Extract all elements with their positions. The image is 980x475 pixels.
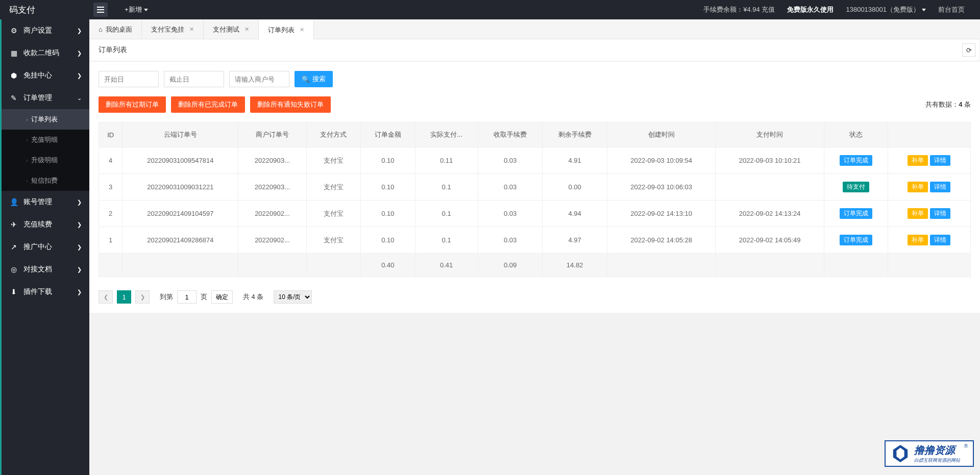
close-icon[interactable]: ✕	[300, 27, 304, 33]
sidebar-item[interactable]: 👤账号管理❯	[2, 191, 89, 213]
watermark: 撸撸资源 白嫖互联网资源的网站 ®	[885, 440, 974, 467]
sidebar-subitem[interactable]: ›短信扣费	[2, 170, 89, 191]
tab[interactable]: 订单列表✕	[259, 19, 314, 39]
sidebar: ⚙商户设置❯▦收款二维码❯⬢免挂中心❯✎订单管理⌄›订单列表›充值明细›升级明细…	[0, 19, 89, 475]
table-header: 商户订单号	[238, 122, 306, 147]
nav-label: 插件下载	[23, 287, 52, 296]
chevron-icon: ❯	[77, 50, 82, 57]
detail-button[interactable]: 详情	[930, 235, 950, 245]
delete-expired-button[interactable]: 删除所有过期订单	[99, 96, 166, 113]
refresh-button[interactable]: ⟳	[962, 43, 975, 57]
nav-icon: ◎	[9, 265, 18, 273]
goto-confirm-button[interactable]: 确定	[211, 290, 233, 304]
delete-failed-button[interactable]: 删除所有通知失败订单	[250, 96, 331, 113]
chevron-icon: ❯	[77, 266, 82, 273]
tab[interactable]: ⌂我的桌面	[89, 19, 142, 39]
chevron-icon: ❯	[77, 199, 82, 206]
total-count: 共有数据：4 条	[925, 100, 971, 109]
nav-icon: ⬢	[9, 71, 18, 80]
table-header: 状态	[824, 122, 888, 147]
header-right: 手续费余额：¥4.94 充值 免费版永久使用 13800138001（免费版） …	[703, 5, 980, 14]
free-version-label: 免费版永久使用	[787, 5, 834, 14]
add-new-dropdown[interactable]: +新增	[125, 5, 148, 14]
nav-icon: ✎	[9, 94, 18, 102]
nav-label: 商户设置	[23, 26, 52, 35]
supplement-button[interactable]: 补单	[908, 208, 928, 219]
panel-title: 订单列表 ⟳	[89, 39, 979, 61]
chevron-icon: ❯	[77, 289, 82, 295]
hamburger-icon	[97, 7, 104, 13]
frontend-link[interactable]: 前台首页	[938, 5, 965, 14]
goto-label: 到第	[160, 292, 173, 302]
table-header: 支付方式	[306, 122, 360, 147]
search-icon: 🔍	[302, 76, 310, 83]
supplement-button[interactable]: 补单	[908, 182, 928, 192]
end-date-input[interactable]	[164, 71, 224, 87]
page-label: 页	[201, 292, 207, 302]
sidebar-item[interactable]: ✎订单管理⌄	[2, 87, 89, 109]
merchant-input[interactable]	[229, 71, 289, 87]
refresh-icon: ⟳	[966, 46, 972, 54]
detail-button[interactable]: 详情	[930, 208, 950, 219]
table-header	[888, 122, 970, 147]
sidebar-item[interactable]: ⚙商户设置❯	[2, 19, 89, 42]
tab[interactable]: 支付宝免挂✕	[142, 19, 204, 39]
nav-label: 订单管理	[23, 93, 52, 103]
chevron-icon: ❯	[77, 244, 82, 251]
tab[interactable]: 支付测试✕	[204, 19, 259, 39]
table-header: 剩余手续费	[543, 122, 607, 147]
logo: 码支付	[0, 4, 89, 16]
chevron-icon: ❯	[77, 221, 82, 228]
status-badge: 待支付	[843, 182, 869, 192]
account-dropdown[interactable]: 13800138001（免费版）	[846, 5, 926, 14]
prev-page-button[interactable]: ❮	[99, 290, 113, 304]
nav-icon: ✈	[9, 220, 18, 229]
delete-completed-button[interactable]: 删除所有已完成订单	[171, 96, 245, 113]
menu-toggle[interactable]	[93, 3, 108, 17]
sidebar-subitem[interactable]: ›订单列表	[2, 109, 89, 130]
sidebar-subitem[interactable]: ›升级明细	[2, 150, 89, 170]
chevron-icon: ❯	[77, 28, 82, 34]
recharge-link[interactable]: 充值	[762, 6, 775, 13]
sidebar-item[interactable]: ↗推广中心❯	[2, 236, 89, 258]
supplement-button[interactable]: 补单	[908, 235, 928, 245]
table-header: 实际支付...	[415, 122, 478, 147]
close-icon[interactable]: ✕	[189, 26, 194, 33]
pager: ❮ 1 ❯ 到第 页 确定 共 4 条 10 条/页	[89, 286, 980, 313]
chevron-icon: ⌄	[77, 95, 82, 102]
sidebar-subitem[interactable]: ›充值明细	[2, 130, 89, 150]
goto-page-input[interactable]	[177, 290, 197, 304]
nav-label: 账号管理	[23, 197, 52, 207]
table-header: 云端订单号	[122, 122, 238, 147]
sidebar-item[interactable]: ⬇插件下载❯	[2, 281, 89, 303]
close-icon[interactable]: ✕	[244, 26, 249, 33]
nav-label: 免挂中心	[23, 71, 52, 80]
filters: 🔍搜索	[89, 62, 980, 96]
detail-button[interactable]: 详情	[930, 182, 950, 192]
search-button[interactable]: 🔍搜索	[295, 71, 333, 87]
table-header: 支付时间	[716, 122, 824, 147]
nav-label: 对接文档	[23, 265, 52, 274]
table-header: 创建时间	[607, 122, 716, 147]
chevron-down-icon	[922, 9, 926, 11]
sidebar-item[interactable]: ✈充值续费❯	[2, 213, 89, 236]
start-date-input[interactable]	[99, 71, 159, 87]
table-row: 32022090310090312212022090З...支付宝0.100.1…	[99, 174, 971, 201]
watermark-icon	[891, 444, 910, 463]
sidebar-item[interactable]: ◎对接文档❯	[2, 258, 89, 281]
nav-label: 收款二维码	[23, 48, 59, 58]
bulk-actions: 删除所有过期订单 删除所有已完成订单 删除所有通知失败订单 共有数据：4 条	[89, 96, 980, 122]
table-wrap: ID云端订单号商户订单号支付方式订单金额实际支付...收取手续费剩余手续费创建时…	[89, 122, 980, 286]
sidebar-item[interactable]: ▦收款二维码❯	[2, 42, 89, 64]
status-badge: 订单完成	[840, 235, 872, 245]
sidebar-item[interactable]: ⬢免挂中心❯	[2, 64, 89, 87]
home-icon: ⌂	[99, 26, 103, 33]
chevron-icon: ❯	[77, 72, 82, 79]
next-page-button[interactable]: ❯	[135, 290, 150, 304]
page-number[interactable]: 1	[117, 290, 131, 304]
supplement-button[interactable]: 补单	[908, 155, 928, 166]
fee-balance: 手续费余额：¥4.94 充值	[703, 5, 775, 14]
pagesize-select[interactable]: 10 条/页	[274, 290, 312, 304]
detail-button[interactable]: 详情	[930, 155, 950, 166]
table-row: 42022090310095478142022090З...支付宝0.100.1…	[99, 147, 971, 174]
